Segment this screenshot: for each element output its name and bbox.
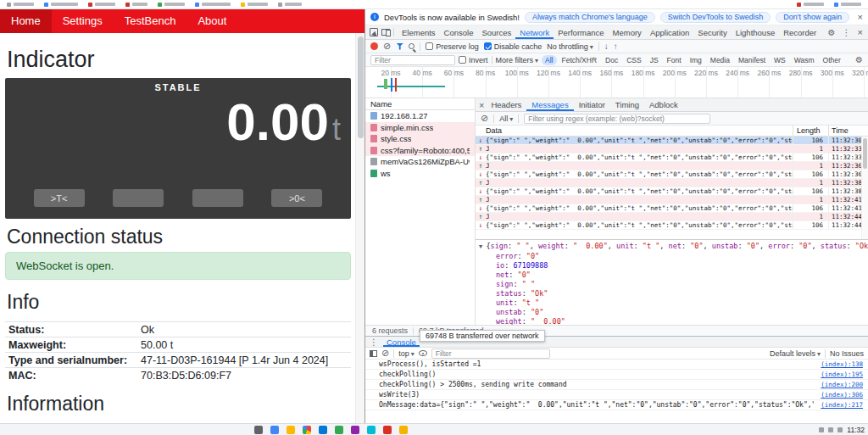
- import-har-icon[interactable]: [604, 42, 609, 51]
- console-source-link[interactable]: (index):217: [821, 401, 863, 409]
- nav-item-home[interactable]: Home: [0, 9, 52, 33]
- websocket-message-row[interactable]: ↓{"sign":" ","weight":" 0.00","unit":"t …: [476, 204, 868, 213]
- bookmark-item[interactable]: [241, 3, 268, 7]
- disable-cache-toggle[interactable]: Disable cache: [484, 42, 542, 51]
- filter-chip-wasm[interactable]: Wasm: [791, 55, 818, 65]
- devtools-tab-recorder[interactable]: Recorder: [779, 25, 821, 39]
- taskbar-app-icon[interactable]: [270, 426, 279, 434]
- websocket-message-row[interactable]: ↑J111:32:38: [476, 179, 868, 187]
- request-row-css-family-roboto-400-500-70[interactable]: css?family=Roboto:400,500,70...: [365, 145, 475, 157]
- filter-chip-font[interactable]: Font: [664, 55, 685, 65]
- bookmark-item[interactable]: [88, 3, 115, 7]
- filter-chip-manifest[interactable]: Manifest: [735, 55, 769, 65]
- invert-filter-toggle[interactable]: Invert: [459, 56, 488, 64]
- taskbar-app-icon[interactable]: [351, 426, 359, 434]
- filter-chip-doc[interactable]: Doc: [602, 55, 621, 65]
- message-preview-summary[interactable]: ▼ {sign: " ", weight: " 0.00", unit: "t …: [479, 242, 865, 252]
- detail-tab-timing[interactable]: Timing: [610, 98, 644, 111]
- request-row-style-css[interactable]: style.css: [365, 133, 475, 145]
- console-source-link[interactable]: (index):195: [821, 371, 863, 378]
- devtools-tab-elements[interactable]: Elements: [398, 25, 440, 39]
- bookmark-item[interactable]: [797, 3, 824, 7]
- messages-scrollbar[interactable]: [861, 137, 868, 239]
- websocket-message-row[interactable]: ↓{"sign":" ","weight":" 0.00","unit":"t …: [476, 221, 868, 230]
- device-toolbar-icon[interactable]: [381, 29, 390, 36]
- devtools-tab-application[interactable]: Application: [646, 25, 693, 39]
- request-row-192-168-1-27[interactable]: 192.168.1.27: [365, 110, 475, 122]
- console-filter-input[interactable]: [431, 349, 550, 359]
- drawer-kebab-icon[interactable]: [370, 337, 378, 347]
- bookmark-item[interactable]: [278, 3, 302, 7]
- detail-tab-headers[interactable]: Headers: [486, 98, 526, 111]
- zero-button[interactable]: >0<: [271, 189, 322, 207]
- notification-action-don-t-show-again[interactable]: Don't show again: [776, 12, 849, 23]
- filter-chip-media[interactable]: Media: [707, 55, 733, 65]
- scrollbar-thumb[interactable]: [863, 138, 867, 169]
- requests-name-header[interactable]: Name: [365, 98, 475, 110]
- clear-network-log-icon[interactable]: [383, 41, 391, 52]
- websocket-message-row[interactable]: ↓{"sign":" ","weight":" 0.00","unit":"t …: [476, 187, 868, 196]
- websocket-message-row[interactable]: ↑J111:32:33: [476, 145, 868, 153]
- devtools-tab-network[interactable]: Network: [515, 25, 554, 39]
- throttling-dropdown[interactable]: No throttling: [547, 42, 593, 51]
- request-row-ws[interactable]: ws: [365, 168, 475, 180]
- filter-chip-other[interactable]: Other: [820, 55, 844, 65]
- filter-chip-css[interactable]: CSS: [623, 55, 644, 65]
- clear-console-icon[interactable]: [381, 348, 389, 359]
- console-tab[interactable]: Console: [383, 337, 420, 347]
- detail-tab-adblock[interactable]: Adblock: [644, 98, 683, 111]
- filter-chip-ws[interactable]: WS: [771, 55, 789, 65]
- more-filters-dropdown[interactable]: More filters: [496, 56, 539, 64]
- bookmark-item[interactable]: [195, 3, 231, 7]
- bookmark-item[interactable]: [44, 3, 78, 7]
- export-har-icon[interactable]: [614, 42, 618, 51]
- blank-button-2[interactable]: [192, 189, 243, 207]
- clear-messages-icon[interactable]: [481, 113, 488, 124]
- taskbar-clock[interactable]: 11:32: [847, 426, 865, 434]
- bookmark-item[interactable]: [125, 3, 147, 7]
- network-timeline-overview[interactable]: 20 ms40 ms60 ms80 ms100 ms120 ms140 ms16…: [365, 67, 868, 98]
- filter-icon[interactable]: [396, 43, 403, 50]
- taskbar-app-icon[interactable]: [319, 426, 327, 434]
- live-expression-eye-icon[interactable]: [419, 350, 427, 356]
- close-detail-icon[interactable]: [479, 100, 484, 110]
- taskbar-app-icon[interactable]: [367, 426, 376, 434]
- taskbar-app-icon[interactable]: [399, 426, 408, 434]
- console-source-link[interactable]: (index):200: [821, 381, 863, 388]
- taskbar-app-icon[interactable]: [303, 426, 311, 434]
- app-scrollbar[interactable]: [355, 33, 364, 423]
- devtools-tab-console[interactable]: Console: [440, 25, 478, 39]
- taskbar-app-icon[interactable]: [383, 426, 392, 434]
- devtools-tab-lighthouse[interactable]: Lighthouse: [732, 25, 779, 39]
- filter-chip-img[interactable]: Img: [687, 55, 705, 65]
- kebab-menu-icon[interactable]: [843, 28, 851, 37]
- request-row-simple-min-css[interactable]: simple.min.css: [365, 122, 475, 134]
- blank-button-1[interactable]: [113, 189, 164, 207]
- column-header-data[interactable]: Data: [476, 125, 793, 136]
- column-header-length[interactable]: Length: [793, 125, 828, 136]
- nav-item-settings[interactable]: Settings: [52, 9, 114, 33]
- console-source-link[interactable]: (index):138: [821, 360, 863, 368]
- taskbar-app-icon[interactable]: [287, 426, 295, 434]
- websocket-message-row[interactable]: ↑J111:32:44: [476, 213, 868, 221]
- tare-button[interactable]: >T<: [34, 189, 85, 207]
- filter-chip-all[interactable]: All: [542, 55, 556, 65]
- devtools-tab-performance[interactable]: Performance: [554, 25, 608, 39]
- devtools-tab-security[interactable]: Security: [693, 25, 731, 39]
- detail-tab-messages[interactable]: Messages: [526, 98, 573, 111]
- request-row-memvags126mizpba-uvwb[interactable]: memVaGs126MiZpBA-UvWb...: [365, 156, 475, 168]
- network-filter-input[interactable]: [370, 55, 455, 65]
- taskbar-app-icon[interactable]: [254, 426, 263, 434]
- issues-counter[interactable]: No Issues: [830, 349, 864, 358]
- bookmark-item[interactable]: [834, 3, 861, 7]
- tray-icon[interactable]: [819, 427, 824, 432]
- devtools-tab-sources[interactable]: Sources: [477, 25, 515, 39]
- filter-chip-js[interactable]: JS: [647, 55, 662, 65]
- column-header-time[interactable]: Time: [828, 125, 868, 136]
- tray-icon[interactable]: [828, 427, 833, 432]
- notification-action-always-match-chrome-s-language[interactable]: Always match Chrome's language: [525, 12, 655, 23]
- websocket-message-row[interactable]: ↓{"sign":" ","weight":" 0.00","unit":"t …: [476, 137, 868, 145]
- tray-icon[interactable]: [837, 427, 843, 432]
- bookmark-item[interactable]: [158, 3, 185, 7]
- detail-tab-initiator[interactable]: Initiator: [574, 98, 610, 111]
